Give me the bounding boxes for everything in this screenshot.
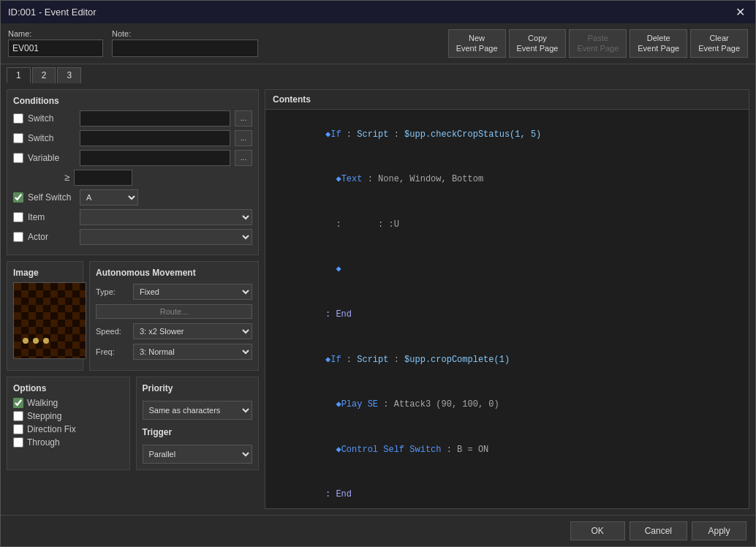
close-button[interactable]: ✕ <box>733 5 748 19</box>
code-line-3[interactable]: : : :U <box>270 203 744 248</box>
code-line-5[interactable]: : End <box>270 293 744 338</box>
options-section: Options Walking Stepping Direction Fix <box>7 377 130 470</box>
actor-row: Actor <box>13 229 252 245</box>
variable-row: Variable ... <box>13 150 252 166</box>
main-content: Conditions Switch ... Switch ... Variabl… <box>1 83 755 515</box>
stepping-label: Stepping <box>27 411 61 421</box>
switch1-browse-button[interactable]: ... <box>235 110 252 127</box>
image-title: Image <box>13 268 77 278</box>
speed-label: Speed: <box>96 327 129 336</box>
self-switch-checkbox[interactable] <box>13 192 23 203</box>
switch1-checkbox[interactable] <box>13 113 23 124</box>
code-line-9[interactable]: : End <box>270 472 744 508</box>
code-line-2[interactable]: ◆Text : None, Window, Bottom <box>270 157 744 203</box>
stepping-checkbox[interactable] <box>13 411 23 421</box>
item-checkbox[interactable] <box>13 212 23 222</box>
image-section: Image <box>7 261 83 371</box>
clear-event-page-button[interactable]: ClearEvent Page <box>690 29 748 58</box>
switch2-checkbox[interactable] <box>13 133 23 143</box>
script-1: Script <box>357 129 388 140</box>
note-input[interactable] <box>112 39 258 57</box>
title-bar: ID:001 - Event Editor ✕ <box>1 1 755 23</box>
item-label: Item <box>28 212 75 222</box>
variable-browse-button[interactable]: ... <box>235 150 252 166</box>
ok-button[interactable]: OK <box>570 521 625 540</box>
code-line-1[interactable]: ◆If : Script : $upp.checkCropStatus(1, 5… <box>270 113 744 158</box>
priority-title: Priority <box>143 383 253 393</box>
delete-event-page-button[interactable]: DeleteEvent Page <box>630 29 687 58</box>
diamond-4: ◆ <box>336 264 341 274</box>
item-select[interactable] <box>80 209 252 225</box>
trigger-select[interactable]: Action Button Player Touch Event Touch A… <box>143 445 253 464</box>
tab-1[interactable]: 1 <box>7 67 31 83</box>
trigger-title: Trigger <box>143 427 253 437</box>
paste-event-page-button[interactable]: PasteEvent Page <box>569 29 627 58</box>
dialog-title: ID:001 - Event Editor <box>8 7 97 18</box>
switch2-label: Switch <box>28 133 75 143</box>
note-field-group: Note: <box>112 29 436 57</box>
actor-checkbox[interactable] <box>13 232 23 242</box>
code-line-7[interactable]: ◆Play SE : Attack3 (90, 100, 0) <box>270 382 744 428</box>
freq-select[interactable]: 1: Lowest 2: Lower 3: Normal 4: Higher 5… <box>133 344 252 360</box>
stepping-item: Stepping <box>13 411 124 421</box>
through-label: Through <box>27 437 60 448</box>
priority-trigger-section: Priority Below characters Same as charac… <box>136 377 260 470</box>
note-label: Note: <box>112 29 436 38</box>
colon-line-3: : : :U <box>325 219 399 230</box>
type-label: Type: <box>96 287 129 296</box>
event-editor-dialog: ID:001 - Event Editor ✕ Name: Note: NewE… <box>0 0 756 547</box>
contents-title: Contents <box>265 90 749 110</box>
contents-area[interactable]: ◆If : Script : $upp.checkCropStatus(1, 5… <box>265 110 749 508</box>
variable-checkbox[interactable] <box>13 153 23 163</box>
autonomous-movement-section: Autonomous Movement Type: Fixed Random A… <box>89 261 259 371</box>
footer: OK Cancel Apply <box>1 515 755 546</box>
ge-value-input[interactable] <box>74 170 132 186</box>
copy-event-page-button[interactable]: CopyEvent Page <box>509 29 567 58</box>
actor-select[interactable] <box>80 229 252 245</box>
direction-fix-item: Direction Fix <box>13 424 124 434</box>
indent-7 <box>325 399 336 410</box>
page-tabs: 1 2 3 <box>1 64 755 83</box>
sprite-preview <box>23 338 49 344</box>
tab-2[interactable]: 2 <box>32 67 56 83</box>
switch1-row: Switch ... <box>13 110 252 127</box>
switch2-input[interactable] <box>80 130 230 146</box>
code-line-4[interactable]: ◆ <box>270 247 744 293</box>
kw-text-1: Text <box>341 174 363 184</box>
walking-label: Walking <box>27 398 58 408</box>
conditions-section: Conditions Switch ... Switch ... Variabl… <box>7 89 259 255</box>
code-line-6[interactable]: ◆If : Script : $upp.cropComplete(1) <box>270 337 744 382</box>
image-preview[interactable] <box>13 282 86 359</box>
switch1-input[interactable] <box>80 110 230 127</box>
switch2-browse-button[interactable]: ... <box>235 130 252 146</box>
direction-fix-label: Direction Fix <box>27 424 76 434</box>
speed-row: Speed: 1: x8 Slower 2: x4 Slower 3: x2 S… <box>96 323 252 339</box>
apply-button[interactable]: Apply <box>692 521 746 540</box>
self-switch-select[interactable]: A B C D <box>80 189 138 205</box>
priority-select[interactable]: Below characters Same as characters Abov… <box>143 401 253 420</box>
indent-2 <box>325 174 336 184</box>
cancel-button[interactable]: Cancel <box>630 521 687 540</box>
route-button[interactable]: Route... <box>96 304 252 319</box>
ge-row: ≥ <box>13 170 252 186</box>
sprite-dot-3 <box>43 338 49 344</box>
code-line-8[interactable]: ◆Control Self Switch : B = ON <box>270 428 744 473</box>
movement-title: Autonomous Movement <box>96 268 252 278</box>
colon-6b: : <box>388 355 404 365</box>
walking-checkbox[interactable] <box>13 398 23 408</box>
kw-control-1: Control Self Switch <box>341 445 442 455</box>
tab-3[interactable]: 3 <box>57 67 81 83</box>
sprite-dot-1 <box>23 338 29 344</box>
type-select[interactable]: Fixed Random Approach Custom <box>133 284 252 300</box>
name-input[interactable] <box>8 39 103 57</box>
kw-play-1: Play SE <box>341 399 378 410</box>
options-title: Options <box>13 383 124 393</box>
direction-fix-checkbox[interactable] <box>13 424 23 434</box>
image-movement-group: Image Autonomous Movement <box>7 261 259 371</box>
through-item: Through <box>13 437 124 448</box>
new-event-page-button[interactable]: NewEvent Page <box>448 29 506 58</box>
val-6: $upp.cropComplete(1) <box>404 355 510 365</box>
variable-input[interactable] <box>80 150 230 166</box>
through-checkbox[interactable] <box>13 437 23 448</box>
speed-select[interactable]: 1: x8 Slower 2: x4 Slower 3: x2 Slower 4… <box>133 323 252 339</box>
